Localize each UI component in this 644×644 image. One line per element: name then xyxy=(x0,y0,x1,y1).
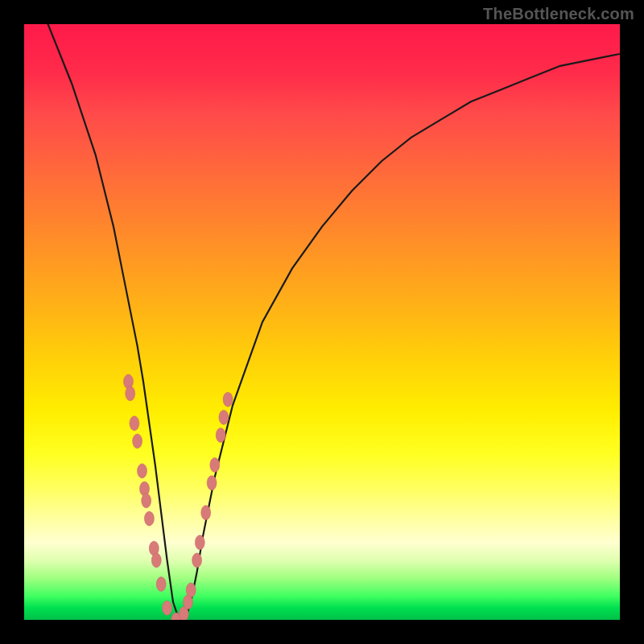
curve-marker xyxy=(195,535,204,550)
curve-marker xyxy=(133,434,142,448)
curve-marker xyxy=(207,476,217,490)
curve-marker xyxy=(156,577,166,592)
curve-marker xyxy=(210,458,220,473)
curve-marker xyxy=(192,553,202,568)
curve-markers xyxy=(124,374,233,620)
curve-marker xyxy=(201,506,211,520)
curve-marker xyxy=(219,410,229,424)
curve-marker xyxy=(223,392,233,407)
curve-marker xyxy=(130,416,139,431)
curve-marker xyxy=(216,428,225,443)
chart-svg xyxy=(24,24,620,620)
curve-marker xyxy=(163,601,172,615)
watermark-text: TheBottleneck.com xyxy=(483,5,634,23)
chart-frame: TheBottleneck.com xyxy=(0,0,644,644)
curve-marker xyxy=(151,553,161,568)
curve-marker xyxy=(186,583,196,597)
curve-marker xyxy=(126,386,135,401)
curve-marker xyxy=(138,464,147,478)
curve-marker xyxy=(144,511,154,526)
bottleneck-curve xyxy=(24,24,620,620)
plot-area xyxy=(24,24,620,620)
curve-marker xyxy=(142,493,151,508)
